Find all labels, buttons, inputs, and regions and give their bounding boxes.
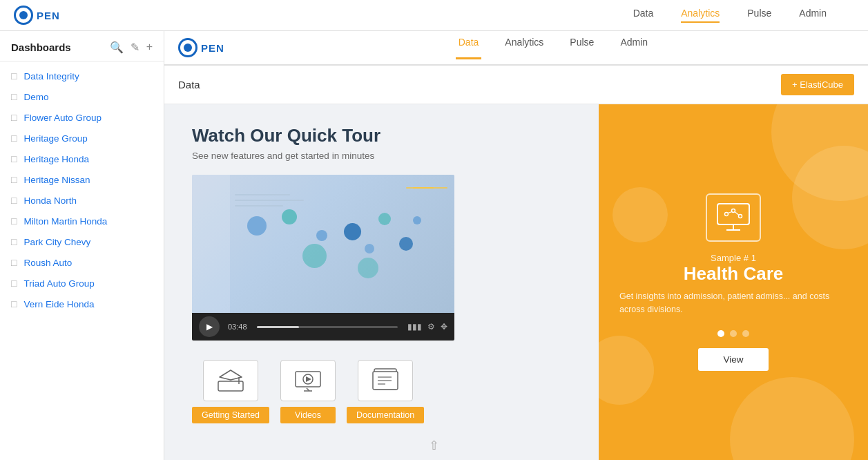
sidebar-item-honda-north[interactable]: □ Honda North — [0, 190, 164, 211]
sidebar-item-data-integrity[interactable]: □ Data Integrity — [0, 66, 164, 86]
top-nav-analytics[interactable]: Analytics — [681, 8, 720, 23]
main-layout: Dashboards 🔍 ✎ + □ Data Integrity □ Demo… — [0, 31, 868, 460]
sidebar-item-demo[interactable]: □ Demo — [0, 86, 164, 107]
sidebar-item-flower[interactable]: □ Flower Auto Group — [0, 107, 164, 128]
svg-rect-16 — [717, 204, 749, 224]
top-nav-data[interactable]: Data — [633, 8, 654, 23]
quick-tour-subtitle: See new features and get started in minu… — [192, 151, 374, 161]
search-icon[interactable]: 🔍 — [110, 41, 124, 54]
scatter-dot — [302, 244, 327, 268]
folder-icon: □ — [11, 257, 17, 268]
sidebar-item-label: Park City Chevy — [23, 237, 90, 247]
content-area: PEN Data Analytics Pulse Admin Data + El… — [164, 31, 868, 460]
add-elasticube-button[interactable]: + ElastiCube — [781, 74, 854, 95]
folder-icon: □ — [11, 174, 17, 185]
right-panel: Sample # 1 Health Care Get insights into… — [599, 104, 868, 460]
vp-line1 — [235, 194, 290, 195]
video-sidebar-sim — [192, 175, 230, 313]
graduation-cap-icon — [217, 367, 244, 394]
video-play-icon — [294, 367, 322, 394]
deco-circle-3 — [599, 336, 654, 405]
logo-circle — [14, 6, 33, 25]
top-logo: PEN — [14, 6, 60, 25]
action-icons: Getting Started Videos — [192, 360, 424, 423]
scatter-dot — [282, 209, 297, 224]
sidebar-item-label: Triad Auto Group — [23, 278, 94, 289]
inner-nav-links: Data Analytics Pulse Admin — [252, 37, 854, 59]
folder-icon: □ — [11, 278, 17, 289]
scatter-dot — [247, 216, 267, 236]
document-icon — [372, 367, 399, 394]
svg-point-21 — [739, 215, 742, 218]
getting-started-label: Getting Started — [192, 407, 269, 423]
sidebar-item-milton-martin[interactable]: □ Milton Martin Honda — [0, 211, 164, 231]
sample-description: Get insights into admission, patient adm… — [619, 290, 847, 316]
folder-icon: □ — [11, 215, 17, 227]
sidebar-item-triad[interactable]: □ Triad Auto Group — [0, 273, 164, 294]
video-preview — [192, 175, 454, 313]
sample-number: Sample # 1 — [711, 253, 756, 263]
view-button[interactable]: View — [698, 348, 768, 371]
play-button[interactable]: ▶ — [199, 316, 220, 337]
dot-indicator-1[interactable] — [717, 330, 724, 337]
dot-indicator-3[interactable] — [742, 330, 749, 337]
videos-card[interactable]: Videos — [280, 360, 336, 423]
getting-started-card[interactable]: Getting Started — [192, 360, 269, 423]
sidebar-item-label: Demo — [23, 92, 48, 102]
folder-icon: □ — [11, 91, 17, 102]
video-player[interactable]: ▶ 03:48 ▮▮▮ ⚙ ✥ — [192, 175, 454, 341]
top-nav-pulse[interactable]: Pulse — [747, 8, 771, 23]
folder-icon: □ — [11, 133, 17, 144]
deco-circle-5 — [613, 187, 668, 242]
quick-tour-title: Watch Our Quick Tour — [192, 125, 380, 146]
scatter-dot — [413, 216, 421, 224]
inner-nav-admin[interactable]: Admin — [617, 37, 650, 59]
video-timestamp: 03:48 — [228, 323, 247, 331]
inner-nav-pulse[interactable]: Pulse — [567, 37, 597, 59]
documentation-card[interactable]: Documentation — [347, 360, 424, 423]
video-progress-bar[interactable] — [257, 326, 398, 328]
fullscreen-icon[interactable]: ✥ — [441, 322, 447, 332]
scatter-dot — [344, 223, 361, 240]
sidebar-item-label: Honda North — [23, 195, 77, 206]
sidebar-item-label: Milton Martin Honda — [23, 216, 107, 227]
getting-started-icon-box — [203, 360, 258, 401]
logo-text: PEN — [37, 10, 60, 21]
sidebar-item-vern-eide[interactable]: □ Vern Eide Honda — [0, 294, 164, 314]
svg-line-22 — [728, 212, 732, 213]
folder-icon: □ — [11, 70, 17, 82]
sidebar-header: Dashboards 🔍 ✎ + — [0, 31, 164, 61]
video-controls[interactable]: ▶ 03:48 ▮▮▮ ⚙ ✥ — [192, 313, 454, 341]
sidebar-item-roush[interactable]: □ Roush Auto — [0, 252, 164, 273]
scroll-up-arrow[interactable]: ⇧ — [429, 438, 439, 453]
sidebar-item-heritage-honda[interactable]: □ Heritage Honda — [0, 148, 164, 169]
dot-indicators — [717, 330, 749, 337]
sidebar-item-label: Data Integrity — [23, 71, 79, 82]
sidebar-item-heritage-nissan[interactable]: □ Heritage Nissan — [0, 169, 164, 190]
top-nav-admin[interactable]: Admin — [799, 8, 827, 23]
folder-icon: □ — [11, 236, 17, 247]
inner-nav-data[interactable]: Data — [456, 37, 482, 59]
sidebar-icons: 🔍 ✎ + — [110, 41, 153, 54]
folder-icon: □ — [11, 298, 17, 309]
sidebar-item-label: Flower Auto Group — [23, 113, 102, 123]
data-header: Data + ElastiCube — [164, 66, 868, 104]
sidebar-item-heritage-group[interactable]: □ Heritage Group — [0, 128, 164, 148]
sidebar-item-park-chevy[interactable]: □ Park City Chevy — [0, 231, 164, 252]
edit-icon[interactable]: ✎ — [131, 41, 139, 54]
scatter-dot — [378, 213, 391, 225]
add-icon[interactable]: + — [146, 41, 153, 54]
scatter-dot — [358, 258, 378, 278]
volume-icon[interactable]: ▮▮▮ — [407, 322, 422, 332]
sidebar-item-label: Heritage Honda — [23, 154, 89, 164]
dot-indicator-2[interactable] — [730, 330, 737, 337]
svg-point-19 — [725, 213, 729, 216]
sample-title: Health Care — [684, 263, 784, 285]
sidebar-title: Dashboards — [11, 41, 71, 53]
folder-icon: □ — [11, 195, 17, 206]
documentation-label: Documentation — [347, 407, 424, 423]
inner-nav-analytics[interactable]: Analytics — [502, 37, 546, 59]
top-nav-bar: PEN Data Analytics Pulse Admin — [0, 0, 868, 31]
inner-logo: PEN — [178, 38, 224, 57]
settings-icon[interactable]: ⚙ — [427, 322, 435, 332]
